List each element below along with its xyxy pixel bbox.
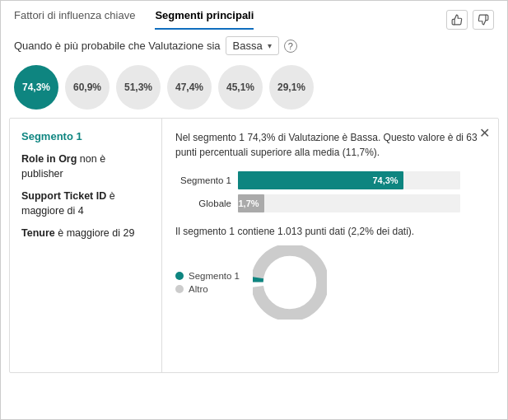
segment-bubble-3[interactable]: 47,4% xyxy=(167,65,212,110)
legend-dot-altro xyxy=(175,285,184,293)
legend-item-segment: Segmento 1 xyxy=(175,271,240,281)
condition-0: Role in Org non è publisher xyxy=(21,152,150,181)
segments-row: 74,3% 60,9% 51,3% 47,4% 45,1% 29,1% xyxy=(1,62,507,118)
pie-container: Segmento 1 Altro xyxy=(175,245,485,320)
svg-point-2 xyxy=(265,258,315,307)
bar-outer-segment: 74,3% xyxy=(238,171,460,189)
segment-bubble-5[interactable]: 29,1% xyxy=(269,65,314,110)
filter-value: Bassa xyxy=(233,40,263,52)
left-panel: Segmento 1 Role in Org non è publisher S… xyxy=(10,119,162,372)
bar-label-segment: Segmento 1 xyxy=(175,175,231,185)
legend-label-segment: Segmento 1 xyxy=(189,271,240,281)
condition-1: Support Ticket ID è maggiore di 4 xyxy=(21,189,150,218)
condition-2: Tenure è maggiore di 29 xyxy=(21,226,150,241)
chevron-down-icon: ▾ xyxy=(268,41,272,50)
thumbs-down-button[interactable] xyxy=(473,10,494,30)
bar-label-global: Globale xyxy=(175,198,231,208)
pie-description: Il segmento 1 contiene 1.013 punti dati … xyxy=(175,226,485,237)
close-button[interactable]: ✕ xyxy=(479,125,490,141)
tab-segmenti[interactable]: Segmenti principali xyxy=(155,9,254,30)
main-content: Segmento 1 Role in Org non è publisher S… xyxy=(9,118,499,373)
segment-bubble-1[interactable]: 60,9% xyxy=(65,65,110,110)
segment-bubble-2[interactable]: 51,3% xyxy=(116,65,161,110)
filter-dropdown[interactable]: Bassa ▾ xyxy=(226,36,279,55)
legend-item-altro: Altro xyxy=(175,284,240,294)
help-icon[interactable]: ? xyxy=(284,40,297,53)
thumb-buttons xyxy=(446,10,494,30)
description-text: Nel segmento 1 74,3% di Valutazione è Ba… xyxy=(175,130,480,160)
legend-dot-segment xyxy=(175,272,184,280)
pie-section: Il segmento 1 contiene 1.013 punti dati … xyxy=(175,226,485,320)
bar-value-segment: 74,3% xyxy=(372,175,398,185)
bar-chart: Segmento 1 74,3% Globale 11,7% xyxy=(175,171,485,212)
bar-row-segment: Segmento 1 74,3% xyxy=(175,171,485,189)
segment-title: Segmento 1 xyxy=(21,130,150,142)
tab-fattori[interactable]: Fattori di influenza chiave xyxy=(14,9,135,30)
bar-fill-segment: 74,3% xyxy=(238,171,403,189)
header: Fattori di influenza chiave Segmenti pri… xyxy=(1,1,507,30)
segment-bubble-0[interactable]: 74,3% xyxy=(14,65,58,110)
filter-row: Quando è più probabile che Valutazione s… xyxy=(1,30,507,62)
pie-legend: Segmento 1 Altro xyxy=(175,271,240,294)
bar-row-global: Globale 11,7% xyxy=(175,194,485,212)
bar-value-global: 11,7% xyxy=(233,198,259,208)
thumbs-up-button[interactable] xyxy=(446,10,468,30)
right-panel: ✕ Nel segmento 1 74,3% di Valutazione è … xyxy=(162,119,498,372)
filter-prefix: Quando è più probabile che Valutazione s… xyxy=(14,40,221,52)
bar-outer-global: 11,7% xyxy=(238,194,460,212)
bar-fill-global: 11,7% xyxy=(238,194,264,212)
legend-label-altro: Altro xyxy=(189,284,208,294)
donut-chart xyxy=(253,245,327,320)
segment-bubble-4[interactable]: 45,1% xyxy=(218,65,263,110)
